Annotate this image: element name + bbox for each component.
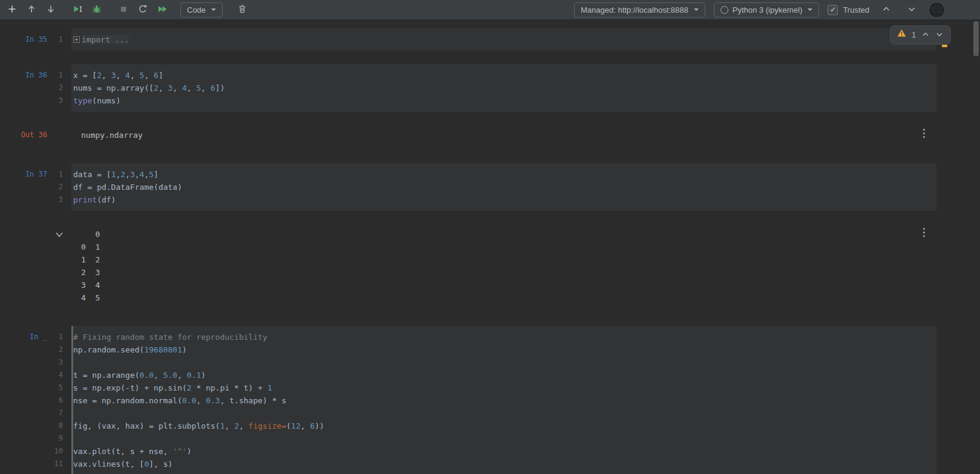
code-cell: In 351+import ...: [0, 28, 980, 51]
globe-icon[interactable]: [929, 2, 945, 18]
line-number: 7: [47, 407, 63, 420]
code-line: nums = np.array([2, 3, 4, 5, 6]): [73, 82, 936, 94]
line-number: 3: [47, 356, 63, 369]
cell-gutter: In 36123: [0, 64, 71, 112]
run-all-icon: [157, 4, 168, 16]
cell-editor[interactable]: +import ...: [71, 28, 936, 51]
line-number: 3: [47, 94, 63, 107]
cell-label: In 35: [0, 33, 47, 46]
output-text: numpy.ndarray: [71, 129, 980, 141]
line-number: 1: [47, 69, 63, 82]
chevron-down-icon: [211, 8, 216, 11]
kernel-value: Python 3 (ipykernel): [733, 5, 803, 15]
next-problem-button[interactable]: [935, 30, 944, 41]
expand-all-button[interactable]: [903, 2, 920, 18]
plus-icon: [7, 4, 17, 16]
line-number: 4: [47, 369, 63, 381]
bug-icon: [92, 4, 102, 16]
cell-editor[interactable]: data = [1,2,3,4,5]df = pd.DataFrame(data…: [71, 163, 936, 211]
chevron-down-icon: [694, 8, 699, 11]
code-line: print(df): [73, 193, 936, 206]
restart-kernel-button[interactable]: [134, 2, 151, 18]
run-cell-button[interactable]: [69, 2, 86, 18]
arrow-up-icon: [27, 4, 36, 16]
trusted-label: Trusted: [843, 5, 869, 15]
chevron-down-icon: [808, 8, 812, 11]
code-line: # Fixing random state for reproducibilit…: [73, 331, 936, 343]
toolbar: Code Managed: http://localhost:8888 Pyth…: [0, 0, 980, 20]
code-line: fig, (vax, hax) = plt.subplots(1, 2, fig…: [73, 420, 936, 432]
stop-icon: [119, 4, 128, 16]
code-line: [73, 356, 936, 369]
code-line: np.random.seed(19680801): [73, 343, 936, 356]
collapse-all-button[interactable]: [878, 2, 895, 18]
line-number: 10: [47, 445, 63, 458]
output-label: Out 36: [0, 129, 47, 141]
line-number: 2: [47, 82, 63, 94]
code-line: type(nums): [73, 94, 936, 107]
code-line: s = np.exp(-t) + np.sin(2 * np.pi * t) +…: [73, 381, 936, 394]
cell-label: In 36: [0, 69, 47, 82]
debug-cell-button[interactable]: [88, 2, 105, 18]
output-menu-kebab[interactable]: [920, 227, 928, 238]
line-number: 5: [47, 381, 63, 394]
line-number: 9: [47, 432, 63, 445]
code-line: vax.vlines(t, [0], s): [73, 458, 936, 470]
code-cell: In 36123x = [2, 3, 4, 5, 6]nums = np.arr…: [0, 64, 980, 112]
warning-stripe-mark[interactable]: [942, 45, 947, 47]
trusted-toggle[interactable]: ✓ Trusted: [828, 5, 869, 15]
chevron-down-icon: [907, 4, 916, 16]
delete-cell-button[interactable]: [234, 2, 250, 18]
arrow-down-icon: [46, 4, 56, 16]
line-number: 2: [47, 181, 63, 193]
cell-label: In 37: [0, 168, 47, 181]
kernel-dropdown[interactable]: Python 3 (ipykernel): [714, 2, 820, 18]
chevron-down-icon: [935, 30, 944, 41]
run-icon: [73, 4, 83, 16]
trash-icon: [237, 4, 247, 16]
code-line: nse = np.random.normal(0.0, 0.3, t.shape…: [73, 394, 936, 407]
server-dropdown[interactable]: Managed: http://localhost:8888: [574, 2, 705, 18]
kernel-status-icon: [720, 6, 728, 14]
chevron-up-icon: [921, 30, 930, 41]
warning-count: 1: [912, 29, 916, 42]
toolbar-left: Code: [4, 2, 250, 18]
code-line: +import ...: [73, 33, 936, 46]
toolbar-right: Managed: http://localhost:8888 Python 3 …: [574, 2, 980, 18]
cell-editor[interactable]: # Fixing random state for reproducibilit…: [71, 326, 936, 474]
line-number: 1: [47, 168, 63, 181]
line-number: 3: [47, 193, 63, 206]
stop-kernel-button[interactable]: [115, 2, 132, 18]
scrollbar[interactable]: [972, 20, 980, 474]
fold-expand-icon[interactable]: +: [73, 36, 80, 43]
run-all-button[interactable]: [154, 2, 171, 18]
code-line: df = pd.DataFrame(data): [73, 181, 936, 193]
code-cell: In 37123data = [1,2,3,4,5]df = pd.DataFr…: [0, 163, 980, 211]
output-cell: 00 11 22 33 44 5: [0, 224, 980, 308]
line-number: 6: [47, 394, 63, 407]
code-line: t = np.arange(0.0, 5.0, 0.1): [73, 369, 936, 381]
scrollbar-thumb[interactable]: [973, 21, 979, 56]
cell-editor[interactable]: x = [2, 3, 4, 5, 6]nums = np.array([2, 3…: [71, 64, 936, 112]
add-cell-button[interactable]: [4, 2, 21, 18]
cell-gutter: In 351: [0, 28, 71, 51]
code-line: vax.plot(t, s + nse, '^'): [73, 445, 936, 458]
output-gutter: [0, 228, 71, 304]
prev-problem-button[interactable]: [921, 30, 930, 41]
code-line: [73, 432, 936, 445]
code-cell: In _1234567891011# Fixing random state f…: [0, 326, 980, 474]
inspections-widget[interactable]: 1: [890, 25, 951, 45]
move-cell-up-button[interactable]: [23, 2, 40, 18]
output-cell: Out 36numpy.ndarray: [0, 125, 980, 145]
check-icon: ✓: [830, 5, 836, 14]
trusted-checkbox[interactable]: ✓: [828, 5, 838, 15]
line-number: 2: [47, 343, 63, 356]
move-cell-down-button[interactable]: [42, 2, 59, 18]
output-menu-kebab[interactable]: [920, 128, 928, 139]
cell-type-dropdown[interactable]: Code: [180, 2, 223, 18]
collapse-output-icon[interactable]: [54, 230, 64, 239]
line-number: 8: [47, 420, 63, 432]
line-number: 1: [47, 33, 63, 46]
code-line: data = [1,2,3,4,5]: [73, 168, 936, 181]
code-line: x = [2, 3, 4, 5, 6]: [73, 69, 936, 82]
